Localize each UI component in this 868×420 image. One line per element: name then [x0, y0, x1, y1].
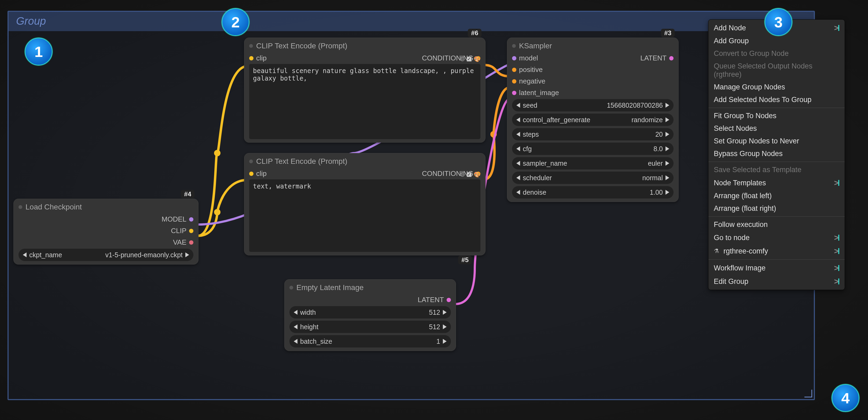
chevron-right-icon[interactable] [665, 175, 669, 180]
port-dot-icon [249, 172, 253, 176]
widget-seed[interactable]: seed 156680208700286 [512, 99, 674, 111]
ctx-workflow-image[interactable]: Workflow Image [708, 261, 845, 275]
chevron-left-icon[interactable] [516, 146, 520, 151]
widget-scheduler[interactable]: scheduler normal [512, 172, 674, 184]
chevron-left-icon[interactable] [516, 103, 520, 108]
prompt-textarea[interactable]: beautiful scenery nature glass bottle la… [249, 64, 480, 139]
ctx-node-templates[interactable]: Node Templates [708, 176, 845, 190]
ctx-follow-exec[interactable]: Follow execution [708, 218, 845, 231]
input-port-negative[interactable]: negative [512, 77, 559, 85]
prompt-toolbar: 🎨 [460, 171, 480, 178]
circle-icon[interactable] [460, 172, 465, 177]
collapse-dot-icon[interactable] [249, 44, 253, 48]
ctx-add-group[interactable]: Add Group [708, 35, 845, 47]
chevron-left-icon[interactable] [516, 117, 520, 122]
chevron-left-icon[interactable] [23, 252, 27, 257]
chevron-left-icon[interactable] [294, 339, 298, 344]
chevron-right-icon[interactable] [443, 339, 446, 344]
ctx-add-selected-to-group[interactable]: Add Selected Nodes To Group [708, 93, 845, 106]
prompt-textarea[interactable]: text, watermark [249, 179, 480, 252]
chevron-right-icon[interactable] [665, 146, 669, 151]
port-dot-icon [669, 56, 674, 60]
node-load-checkpoint[interactable]: #4 Load Checkpoint MODEL CLIP [13, 199, 198, 264]
input-port-clip[interactable]: clip [249, 169, 267, 178]
input-port-clip[interactable]: clip [249, 54, 267, 62]
chevron-right-icon [834, 263, 839, 273]
node-title[interactable]: CLIP Text Encode (Prompt) [244, 38, 485, 54]
input-port-latent-image[interactable]: latent_image [512, 89, 559, 97]
chevron-right-icon [834, 233, 839, 242]
widget-ckpt-name[interactable]: ckpt_name v1-5-pruned-emaonly.ckpt [19, 249, 193, 261]
input-port-model[interactable]: model [512, 54, 559, 62]
output-port-latent[interactable]: LATENT [417, 296, 451, 304]
output-port-vae[interactable]: VAE [162, 238, 193, 247]
checkbox-icon[interactable] [467, 172, 471, 177]
output-port-latent[interactable]: LATENT [640, 54, 674, 62]
widget-sampler-name[interactable]: sampler_name euler [512, 157, 674, 169]
ctx-arrange-left[interactable]: Arrange (float left) [708, 190, 845, 202]
node-title[interactable]: CLIP Text Encode (Prompt) [244, 153, 485, 169]
node-id-badge: #5 [458, 256, 472, 264]
widget-width[interactable]: width 512 [289, 306, 451, 318]
context-menu[interactable]: Add Node Add Group Convert to Group Node… [708, 19, 845, 290]
ctx-set-group-never[interactable]: Set Group Nodes to Never [708, 135, 845, 147]
chevron-right-icon[interactable] [665, 161, 669, 166]
ctx-arrange-right[interactable]: Arrange (float right) [708, 202, 845, 215]
ctx-save-template: Save Selected as Template [708, 164, 845, 176]
chevron-left-icon[interactable] [516, 132, 520, 137]
callout-3: 3 [765, 8, 793, 36]
port-dot-icon [512, 56, 516, 60]
chevron-right-icon[interactable] [665, 132, 669, 137]
node-title[interactable]: KSampler [507, 38, 678, 54]
output-port-clip[interactable]: CLIP [162, 227, 193, 235]
chevron-right-icon[interactable] [443, 310, 446, 315]
collapse-dot-icon[interactable] [249, 160, 253, 163]
chevron-right-icon[interactable] [443, 325, 446, 329]
checkbox-icon[interactable] [467, 57, 471, 61]
node-empty-latent-image[interactable]: Empty Latent Image LATENT width 512 [284, 279, 456, 351]
chevron-right-icon[interactable] [665, 103, 669, 108]
rgthree-icon: ⚗ [714, 248, 721, 255]
chevron-right-icon [834, 247, 839, 256]
palette-icon[interactable]: 🎨 [474, 56, 480, 62]
prompt-toolbar: 🎨 [460, 56, 480, 62]
node-title[interactable]: Empty Latent Image [285, 280, 456, 296]
chevron-left-icon[interactable] [516, 175, 520, 180]
port-dot-icon [189, 229, 193, 233]
node-ksampler[interactable]: #3 KSampler model positive [507, 37, 679, 202]
node-id-badge: #6 [468, 29, 482, 37]
collapse-dot-icon[interactable] [512, 44, 516, 48]
widget-control-after-generate[interactable]: control_after_generate randomize [512, 114, 674, 126]
separator [708, 259, 845, 260]
ctx-edit-group[interactable]: Edit Group [708, 275, 845, 288]
node-clip-text-encode-negative[interactable]: CLIP Text Encode (Prompt) clip CONDITION… [244, 153, 486, 255]
chevron-right-icon[interactable] [665, 190, 669, 195]
output-port-model[interactable]: MODEL [162, 215, 193, 223]
node-clip-text-encode-positive[interactable]: #6 CLIP Text Encode (Prompt) clip CONDIT… [244, 37, 486, 143]
circle-icon[interactable] [460, 57, 465, 61]
port-dot-icon [249, 56, 253, 60]
ctx-select-nodes[interactable]: Select Nodes [708, 122, 845, 135]
chevron-left-icon[interactable] [294, 310, 298, 315]
widget-cfg[interactable]: cfg 8.0 [512, 143, 674, 155]
ctx-rgthree[interactable]: ⚗ rgthree-comfy [708, 244, 845, 258]
chevron-right-icon[interactable] [665, 117, 669, 122]
ctx-fit-group[interactable]: Fit Group To Nodes [708, 110, 845, 122]
input-port-positive[interactable]: positive [512, 65, 559, 74]
ctx-go-to-node[interactable]: Go to node [708, 231, 845, 244]
chevron-left-icon[interactable] [516, 190, 520, 195]
ctx-bypass-group[interactable]: Bypass Group Nodes [708, 147, 845, 160]
widget-height[interactable]: height 512 [289, 320, 451, 333]
palette-icon[interactable]: 🎨 [474, 171, 480, 178]
widget-denoise[interactable]: denoise 1.00 [512, 186, 674, 198]
collapse-dot-icon[interactable] [289, 286, 293, 289]
ctx-manage-group-nodes[interactable]: Manage Group Nodes [708, 81, 845, 93]
collapse-dot-icon[interactable] [19, 205, 22, 209]
node-title[interactable]: Load Checkpoint [14, 199, 198, 215]
separator [708, 162, 845, 162]
chevron-left-icon[interactable] [516, 161, 520, 166]
widget-batch-size[interactable]: batch_size 1 [289, 335, 451, 347]
chevron-right-icon[interactable] [185, 252, 189, 257]
chevron-left-icon[interactable] [294, 325, 298, 329]
widget-steps[interactable]: steps 20 [512, 128, 674, 140]
